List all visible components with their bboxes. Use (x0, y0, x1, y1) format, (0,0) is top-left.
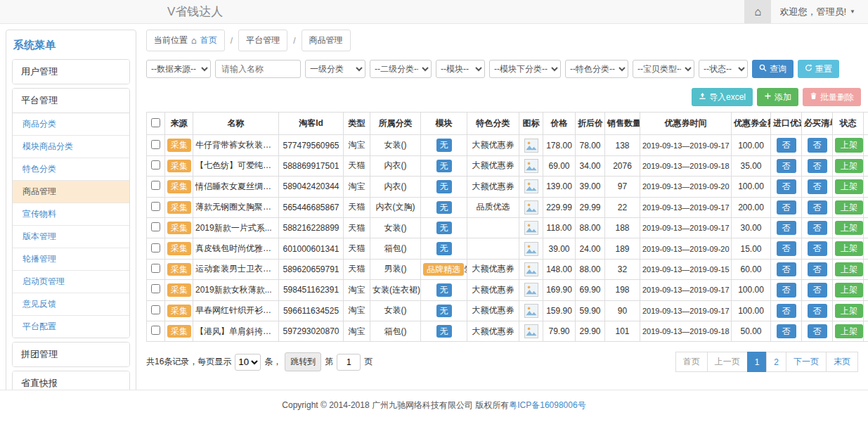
breadcrumb-home-link[interactable]: 首页 (200, 34, 217, 46)
page-button-下一页[interactable]: 下一页 (786, 352, 827, 372)
status-button[interactable]: 上架 (835, 179, 863, 193)
sidebar-subitem-意见反馈[interactable]: 意见反馈 (13, 293, 129, 316)
status-cell: 上架 (833, 217, 864, 238)
row-checkbox[interactable] (151, 326, 160, 335)
must-buy-button[interactable]: 否 (808, 283, 827, 297)
page-button-2[interactable]: 2 (766, 352, 786, 372)
must-buy-button[interactable]: 否 (808, 179, 827, 193)
select-all-checkbox[interactable] (151, 118, 160, 127)
icon-cell (519, 321, 543, 341)
filter-select-3[interactable]: --模块-- (436, 60, 485, 78)
must-buy-button[interactable]: 否 (808, 262, 827, 276)
sidebar-subitem-平台配置[interactable]: 平台配置 (13, 316, 129, 338)
search-button[interactable]: 查询 (752, 60, 793, 78)
must-buy-button[interactable]: 否 (808, 159, 827, 173)
sidebar-subitem-宣传物料[interactable]: 宣传物料 (13, 203, 129, 226)
sidebar-subitem-轮播管理[interactable]: 轮播管理 (13, 248, 129, 271)
status-button[interactable]: 上架 (835, 304, 863, 318)
status-button[interactable]: 上架 (835, 241, 863, 255)
row-checkbox[interactable] (151, 243, 160, 252)
import-select-button[interactable]: 否 (777, 324, 796, 338)
import-select-button[interactable]: 否 (777, 304, 796, 318)
row-checkbox[interactable] (151, 202, 160, 211)
breadcrumb: 当前位置 ⌂ 首页 / 平台管理 / 商品管理 (146, 30, 861, 51)
import-select-button[interactable]: 否 (777, 159, 796, 173)
trash-icon (810, 92, 817, 102)
status-button[interactable]: 上架 (835, 221, 863, 235)
must-buy-button[interactable]: 否 (808, 138, 827, 152)
filter-select-0[interactable]: --数据来源-- (146, 60, 211, 78)
discount-price: 29.90 (576, 321, 605, 341)
status-button[interactable]: 上架 (835, 138, 863, 152)
status-button[interactable]: 上架 (835, 159, 863, 173)
status-button[interactable]: 上架 (835, 324, 863, 338)
breadcrumb-item-goods[interactable]: 商品管理 (302, 30, 351, 51)
filter-select-2[interactable]: --二级分类-- (370, 60, 432, 78)
page-button-1[interactable]: 1 (747, 352, 767, 372)
row-checkbox[interactable] (151, 160, 160, 170)
coupon-time: 2019-09-13—2019-09-17 (640, 217, 732, 238)
sidebar-item-拼团管理[interactable]: 拼团管理 (13, 343, 129, 366)
home-button[interactable]: ⌂ (744, 0, 771, 23)
page-button-首页[interactable]: 首页 (675, 352, 708, 372)
row-checkbox[interactable] (151, 222, 160, 231)
row-checkbox[interactable] (151, 140, 160, 149)
sidebar-subitem-启动页管理[interactable]: 启动页管理 (13, 271, 129, 293)
import-select-button[interactable]: 否 (777, 262, 796, 276)
breadcrumb-item-platform[interactable]: 平台管理 (238, 30, 287, 51)
import-select-button[interactable]: 否 (777, 179, 796, 193)
module-badge: 品牌精选 (423, 263, 464, 276)
must-buy-button[interactable]: 否 (808, 324, 827, 338)
reset-button[interactable]: 重置 (798, 60, 839, 78)
sidebar-item-省直快报[interactable]: 省直快报 (13, 371, 129, 390)
row-checkbox[interactable] (151, 284, 160, 293)
product-name: 【港风】单肩斜挎链条... (193, 321, 279, 341)
must-buy-button[interactable]: 否 (808, 304, 827, 318)
feature-category: 大额优惠券 (467, 321, 519, 341)
jump-button[interactable]: 跳转到 (285, 352, 321, 371)
must-buy-button[interactable]: 否 (808, 221, 827, 235)
import-select-button[interactable]: 否 (777, 283, 796, 297)
icon-cell (519, 238, 543, 259)
status-button[interactable]: 上架 (835, 200, 863, 215)
batch-delete-button[interactable]: 批量删除 (803, 88, 861, 106)
import-select-button[interactable]: 否 (777, 221, 796, 235)
page-button-末页[interactable]: 末页 (826, 352, 858, 372)
page-size-select[interactable]: 10 (235, 354, 261, 371)
feature-category: 大额优惠券 (467, 177, 519, 197)
user-menu[interactable]: 欢迎您，管理员! ▼ (771, 6, 868, 18)
import-select-button[interactable]: 否 (777, 138, 796, 152)
filter-select-6[interactable]: --宝贝类型-- (633, 60, 694, 78)
sidebar-subitem-特色分类[interactable]: 特色分类 (13, 158, 129, 181)
sidebar-subitem-商品分类[interactable]: 商品分类 (13, 113, 129, 136)
must-buy-button[interactable]: 否 (808, 200, 827, 215)
row-checkbox[interactable] (151, 264, 160, 273)
filter-select-4[interactable]: --模块下分类-- (489, 60, 561, 78)
import-excel-button[interactable]: 导入excel (692, 88, 753, 106)
status-button[interactable]: 上架 (835, 283, 863, 297)
page-number-input[interactable] (337, 354, 361, 371)
import-select-button[interactable]: 否 (777, 241, 796, 255)
add-button[interactable]: 添加 (757, 88, 798, 106)
sidebar-item-用户管理[interactable]: 用户管理 (13, 60, 129, 84)
row-checkbox[interactable] (151, 181, 160, 190)
filter-select-7[interactable]: --状态-- (699, 60, 748, 78)
discount-price: 34.00 (576, 155, 605, 176)
sidebar-item-平台管理[interactable]: 平台管理 (13, 89, 129, 113)
status-button[interactable]: 上架 (835, 262, 863, 276)
filter-select-1[interactable]: 一级分类 (305, 60, 365, 78)
sidebar-subitem-模块商品分类[interactable]: 模块商品分类 (13, 136, 129, 158)
row-checkbox[interactable] (151, 305, 160, 314)
filter-select-5[interactable]: --特色分类-- (565, 60, 628, 78)
name-search-input[interactable] (215, 60, 301, 78)
icp-link[interactable]: 粤ICP备16098006号 (509, 400, 585, 410)
sidebar-subitem-商品管理[interactable]: 商品管理 (13, 181, 129, 203)
page-button-上一页[interactable]: 上一页 (707, 352, 748, 372)
import-select-button[interactable]: 否 (777, 200, 796, 215)
must-buy-button[interactable]: 否 (808, 241, 827, 255)
sidebar-subitem-版本管理[interactable]: 版本管理 (13, 226, 129, 248)
status-cell: 上架 (833, 259, 864, 279)
icon-cell (519, 259, 543, 279)
product-name: 2019新款一片式系... (193, 217, 279, 238)
column-header-14: 进口优选 (771, 113, 802, 135)
